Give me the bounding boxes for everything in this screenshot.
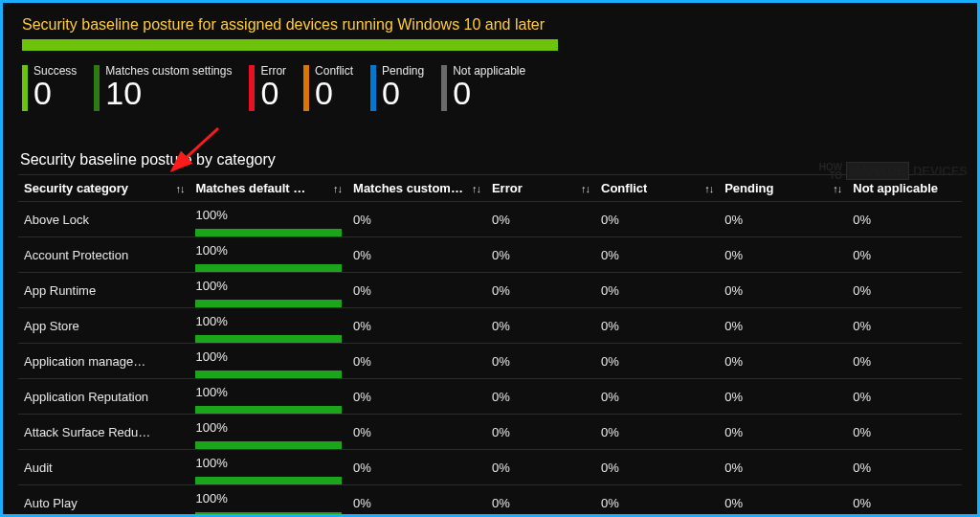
cell-category: Attack Surface Redu… — [18, 415, 189, 450]
summary-card[interactable]: Not applicable0 — [441, 64, 525, 111]
cell-error: 0% — [486, 344, 595, 379]
table-row[interactable]: Audit100%0%0%0%0%0% — [18, 450, 962, 485]
cell-conflict: 0% — [595, 450, 719, 485]
cell-matches-default: 100% — [189, 273, 347, 308]
cell-conflict: 0% — [595, 237, 719, 273]
cell-pending: 0% — [719, 237, 847, 273]
table-row[interactable]: Account Protection100%0%0%0%0%0% — [18, 237, 962, 273]
cell-pending: 0% — [719, 415, 847, 450]
cell-matches-custom: 0% — [347, 450, 486, 485]
cell-conflict: 0% — [595, 415, 719, 450]
sort-icon[interactable]: ↑↓ — [581, 183, 590, 194]
sort-icon[interactable]: ↑↓ — [333, 183, 342, 194]
cell-not-applicable: 0% — [847, 485, 962, 517]
cell-pending: 0% — [719, 379, 847, 415]
cell-matches-default: 100% — [189, 415, 347, 450]
cell-matches-default: 100% — [189, 379, 347, 415]
cell-category: App Runtime — [18, 273, 189, 308]
cell-conflict: 0% — [595, 379, 719, 415]
col-header-pending[interactable]: Pending↑↓ — [719, 175, 847, 202]
card-value: 0 — [315, 76, 353, 111]
cell-matches-default: 100% — [189, 485, 347, 517]
sort-icon[interactable]: ↑↓ — [472, 183, 480, 194]
cell-pending: 0% — [719, 450, 847, 485]
cell-pending: 0% — [719, 273, 847, 308]
cell-not-applicable: 0% — [847, 450, 962, 485]
cell-category: Above Lock — [18, 202, 189, 237]
cell-matches-custom: 0% — [347, 485, 486, 517]
cell-matches-default: 100% — [189, 450, 347, 485]
posture-table: Security category↑↓ Matches default …↑↓ … — [18, 174, 962, 517]
cell-not-applicable: 0% — [847, 237, 962, 273]
cell-error: 0% — [486, 273, 595, 308]
cell-error: 0% — [486, 485, 595, 517]
cell-not-applicable: 0% — [847, 202, 962, 237]
cell-conflict: 0% — [595, 202, 719, 237]
summary-card[interactable]: Pending0 — [370, 64, 424, 111]
cell-matches-default: 100% — [189, 308, 347, 344]
cell-pending: 0% — [719, 308, 847, 344]
cell-conflict: 0% — [595, 308, 719, 344]
sort-icon[interactable]: ↑↓ — [833, 183, 841, 194]
cell-pending: 0% — [719, 485, 847, 517]
card-stripe — [22, 65, 28, 111]
summary-cards: Success0Matches custom settings10Error0C… — [22, 64, 962, 111]
col-header-category[interactable]: Security category↑↓ — [18, 175, 189, 202]
cell-category: Application Reputation — [18, 379, 189, 415]
cell-conflict: 0% — [595, 344, 719, 379]
col-header-not-applicable[interactable]: Not applicable — [847, 175, 962, 202]
cell-error: 0% — [486, 308, 595, 344]
cell-matches-default: 100% — [189, 344, 347, 379]
card-value: 0 — [382, 76, 424, 111]
table-row[interactable]: Above Lock100%0%0%0%0%0% — [18, 202, 962, 237]
cell-error: 0% — [486, 237, 595, 273]
card-stripe — [249, 65, 255, 111]
cell-category: Account Protection — [18, 237, 189, 273]
cell-pending: 0% — [719, 344, 847, 379]
cell-error: 0% — [486, 379, 595, 415]
cell-not-applicable: 0% — [847, 344, 962, 379]
summary-card[interactable]: Error0 — [249, 64, 286, 111]
cell-not-applicable: 0% — [847, 308, 962, 344]
cell-not-applicable: 0% — [847, 379, 962, 415]
card-stripe — [94, 65, 100, 111]
page-title: Security baseline posture for assigned d… — [22, 16, 962, 34]
table-row[interactable]: Attack Surface Redu…100%0%0%0%0%0% — [18, 415, 962, 450]
card-stripe — [370, 65, 376, 111]
cell-matches-custom: 0% — [347, 308, 486, 344]
cell-matches-custom: 0% — [347, 379, 486, 415]
sort-icon[interactable]: ↑↓ — [704, 183, 713, 194]
cell-matches-default: 100% — [189, 202, 347, 237]
col-header-matches-default[interactable]: Matches default …↑↓ — [189, 175, 347, 202]
summary-card[interactable]: Success0 — [22, 64, 77, 111]
cell-matches-custom: 0% — [347, 273, 486, 308]
card-stripe — [303, 65, 309, 111]
summary-card[interactable]: Matches custom settings10 — [94, 64, 232, 111]
card-value: 0 — [33, 76, 77, 111]
cell-conflict: 0% — [595, 273, 719, 308]
cell-not-applicable: 0% — [847, 273, 962, 308]
summary-card[interactable]: Conflict0 — [303, 64, 353, 111]
table-row[interactable]: App Runtime100%0%0%0%0%0% — [18, 273, 962, 308]
cell-matches-custom: 0% — [347, 344, 486, 379]
cell-matches-custom: 0% — [347, 202, 486, 237]
col-header-matches-custom[interactable]: Matches custom…↑↓ — [347, 175, 486, 202]
card-stripe — [441, 65, 447, 111]
cell-category: Audit — [18, 450, 189, 485]
col-header-conflict[interactable]: Conflict↑↓ — [595, 175, 719, 202]
cell-error: 0% — [486, 450, 595, 485]
cell-error: 0% — [486, 415, 595, 450]
cell-category: Auto Play — [18, 485, 189, 517]
cell-conflict: 0% — [595, 485, 719, 517]
sort-icon[interactable]: ↑↓ — [175, 183, 184, 194]
card-value: 0 — [453, 76, 525, 111]
table-row[interactable]: Auto Play100%0%0%0%0%0% — [18, 485, 962, 517]
cell-matches-default: 100% — [189, 237, 347, 273]
col-header-error[interactable]: Error↑↓ — [486, 175, 595, 202]
card-value: 10 — [105, 76, 232, 111]
table-row[interactable]: App Store100%0%0%0%0%0% — [18, 308, 962, 344]
table-row[interactable]: Application manage…100%0%0%0%0%0% — [18, 344, 962, 379]
card-value: 0 — [260, 76, 286, 111]
table-row[interactable]: Application Reputation100%0%0%0%0%0% — [18, 379, 962, 415]
cell-matches-custom: 0% — [347, 415, 486, 450]
